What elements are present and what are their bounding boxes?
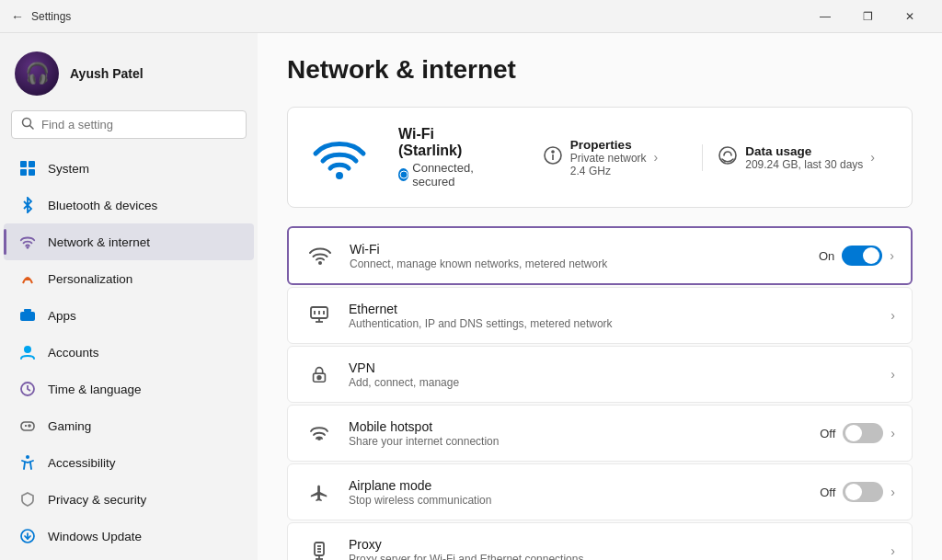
sidebar-label-windows-update: Windows Update (48, 530, 142, 543)
maximize-button[interactable]: ❐ (846, 3, 889, 30)
data-usage-chevron: › (870, 150, 875, 165)
personalization-icon (18, 269, 37, 288)
airplane-toggle-thumb (845, 484, 862, 500)
profile-name: Ayush Patel (70, 66, 144, 81)
sidebar-label-system: System (48, 162, 89, 176)
sidebar-item-network[interactable]: Network & internet (4, 223, 254, 260)
settings-item-wifi[interactable]: Wi-Fi Connect, manage known networks, me… (287, 226, 913, 285)
hotspot-subtitle: Share your internet connection (349, 435, 805, 448)
ethernet-right: › (890, 308, 895, 323)
hotspot-toggle[interactable] (843, 423, 883, 443)
ethernet-subtitle: Authentication, IP and DNS settings, met… (349, 317, 876, 330)
settings-item-vpn[interactable]: VPN Add, connect, manage › (287, 346, 913, 403)
airplane-title: Airplane mode (349, 478, 805, 493)
search-box[interactable] (11, 110, 247, 139)
sidebar-item-personalization[interactable]: Personalization (4, 260, 254, 297)
wifi-item-title: Wi-Fi (350, 242, 804, 257)
settings-item-ethernet[interactable]: Ethernet Authentication, IP and DNS sett… (287, 287, 913, 344)
svg-rect-12 (21, 422, 34, 430)
wifi-status-dot (398, 168, 408, 181)
settings-item-airplane[interactable]: Airplane mode Stop wireless communicatio… (287, 463, 913, 520)
privacy-icon (18, 490, 37, 509)
airplane-item-text: Airplane mode Stop wireless communicatio… (349, 478, 805, 507)
svg-rect-3 (29, 161, 35, 167)
sidebar-item-privacy[interactable]: Privacy & security (4, 481, 254, 518)
sidebar-label-personalization: Personalization (48, 272, 132, 286)
svg-point-24 (318, 261, 322, 265)
svg-rect-9 (24, 309, 31, 312)
hotspot-item-text: Mobile hotspot Share your internet conne… (349, 419, 805, 448)
network-icon (18, 233, 37, 251)
wifi-item-text: Wi-Fi Connect, manage known networks, me… (350, 242, 804, 270)
sidebar-item-accessibility[interactable]: Accessibility (4, 444, 254, 481)
apps-icon (18, 306, 37, 325)
properties-icon (543, 145, 563, 170)
svg-point-15 (29, 425, 30, 427)
data-usage-section[interactable]: Data usage 209.24 GB, last 30 days › (702, 144, 890, 171)
gaming-icon (18, 417, 37, 435)
title-bar-left: ← Settings (11, 9, 71, 24)
airplane-icon (304, 477, 334, 507)
sidebar-item-accounts[interactable]: Accounts (4, 334, 254, 371)
svg-line-1 (30, 126, 34, 130)
close-button[interactable]: ✕ (889, 3, 931, 30)
minimize-button[interactable]: — (804, 3, 846, 30)
wifi-item-right: On › (819, 246, 894, 266)
airplane-chevron: › (890, 485, 895, 499)
wifi-header-card: Wi-Fi (Starlink) Connected, secured (287, 107, 913, 208)
svg-point-6 (27, 246, 29, 249)
wifi-item-subtitle: Connect, manage known networks, metered … (350, 257, 804, 270)
window-title: Settings (31, 10, 71, 23)
ethernet-item-text: Ethernet Authentication, IP and DNS sett… (349, 302, 876, 330)
sidebar-item-time[interactable]: Time & language (4, 371, 254, 407)
settings-item-proxy[interactable]: Proxy Proxy server for Wi-Fi and Etherne… (287, 522, 913, 560)
sidebar-label-accessibility: Accessibility (48, 456, 116, 470)
sidebar-label-gaming: Gaming (48, 419, 91, 433)
properties-sub1: Private network (570, 152, 647, 165)
hotspot-toggle-thumb (845, 425, 862, 441)
hotspot-toggle-label: Off (820, 427, 835, 440)
sidebar-item-system[interactable]: System (4, 150, 254, 187)
svg-rect-8 (20, 312, 35, 321)
proxy-title: Proxy (349, 537, 876, 552)
wifi-toggle-thumb (863, 247, 879, 264)
svg-point-16 (26, 455, 29, 459)
properties-section[interactable]: Properties Private network 2.4 GHz › (528, 138, 672, 177)
wifi-status-text: Connected, secured (412, 161, 499, 189)
properties-label: Properties (570, 138, 647, 152)
settings-item-hotspot[interactable]: Mobile hotspot Share your internet conne… (287, 405, 913, 462)
wifi-toggle[interactable] (842, 246, 882, 266)
vpn-title: VPN (349, 360, 876, 375)
wifi-chevron: › (890, 248, 894, 263)
wifi-info: Wi-Fi (Starlink) Connected, secured (398, 126, 499, 189)
sidebar-item-windows-update[interactable]: Windows Update (4, 518, 254, 554)
vpn-item-text: VPN Add, connect, manage (349, 360, 876, 389)
main-content: Network & internet Wi-Fi (Starlink) Conn… (258, 33, 942, 560)
settings-list: Wi-Fi Connect, manage known networks, me… (287, 226, 913, 560)
data-usage-label: Data usage (745, 144, 863, 158)
windows-update-icon (18, 527, 37, 545)
sidebar-item-bluetooth[interactable]: Bluetooth & devices (4, 187, 254, 223)
avatar: 🎧 (15, 51, 59, 96)
hotspot-right: Off › (820, 423, 895, 443)
svg-point-10 (24, 346, 31, 353)
sidebar-item-gaming[interactable]: Gaming (4, 407, 254, 444)
svg-point-22 (552, 151, 554, 153)
hotspot-title: Mobile hotspot (349, 419, 805, 434)
ethernet-title: Ethernet (349, 302, 876, 316)
search-input[interactable] (41, 118, 236, 131)
sidebar-item-apps[interactable]: Apps (4, 297, 254, 334)
sidebar-label-bluetooth: Bluetooth & devices (48, 199, 157, 212)
vpn-chevron: › (890, 367, 895, 382)
accessibility-icon (18, 453, 37, 472)
data-usage-text: Data usage 209.24 GB, last 30 days (745, 144, 863, 171)
wifi-toggle-label: On (819, 249, 834, 263)
back-icon[interactable]: ← (11, 9, 24, 24)
profile-section[interactable]: 🎧 Ayush Patel (0, 44, 258, 110)
vpn-icon (304, 360, 334, 389)
page-title: Network & internet (287, 55, 913, 85)
svg-point-32 (317, 376, 321, 380)
airplane-toggle[interactable] (843, 482, 883, 502)
vpn-right: › (890, 367, 895, 382)
properties-sub2: 2.4 GHz (570, 165, 647, 177)
